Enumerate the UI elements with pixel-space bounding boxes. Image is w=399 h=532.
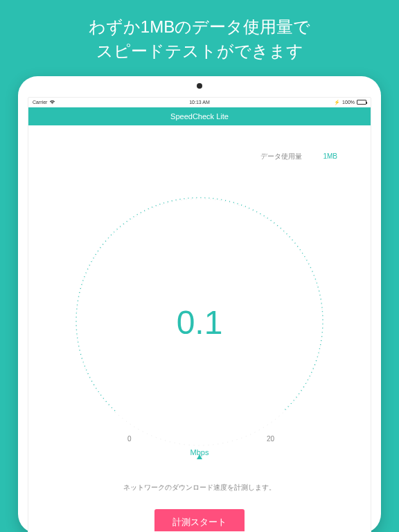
wifi-icon [49, 100, 55, 105]
gauge-unit: Mbps [190, 448, 209, 456]
nav-title: SpeedCheck Lite [28, 107, 371, 125]
gauge-tick-max: 20 [267, 435, 274, 443]
charging-icon: ⚡ [334, 100, 340, 105]
start-button[interactable]: 計測スタート [154, 509, 245, 531]
device-camera [197, 83, 202, 89]
promo-headline: わずか1MBのデータ使用量で スピードテストができます [0, 0, 399, 76]
status-bar: Carrier 10:13 AM ⚡ 100% [28, 98, 371, 107]
device-screen: Carrier 10:13 AM ⚡ 100% SpeedCheck Lite … [28, 97, 371, 532]
device-frame: Carrier 10:13 AM ⚡ 100% SpeedCheck Lite … [18, 76, 381, 532]
carrier-label: Carrier [33, 100, 47, 105]
gauge-tick-min: 0 [127, 435, 132, 443]
data-usage-label: データ使用量 [260, 152, 302, 161]
speed-gauge: 0.1 0 20 Mbps [68, 190, 331, 454]
main-content: データ使用量 1MB 0.1 0 20 Mbps ネットワークのダウンロード速度… [28, 125, 371, 531]
data-usage-value: 1MB [323, 152, 337, 160]
battery-icon [357, 100, 366, 105]
promo-line-1: わずか1MBのデータ使用量で [89, 17, 310, 36]
promo-line-2: スピードテストができます [96, 42, 303, 60]
battery-percent: 100% [342, 100, 355, 105]
data-usage-row[interactable]: データ使用量 1MB [260, 152, 337, 161]
description-text: ネットワークのダウンロード速度を計測します。 [123, 483, 276, 493]
status-time: 10:13 AM [189, 100, 210, 105]
speed-value: 0.1 [177, 303, 223, 341]
